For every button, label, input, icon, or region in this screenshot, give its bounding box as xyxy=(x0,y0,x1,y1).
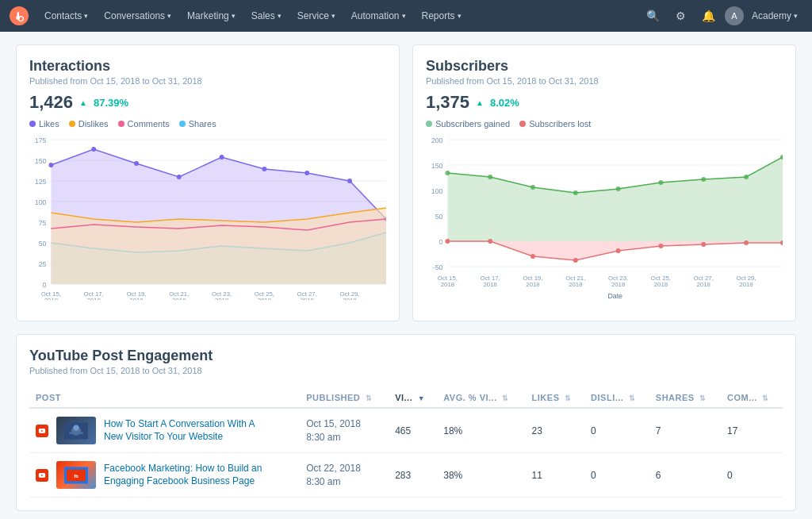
published-cell-1: Oct 15, 2018 8:30 am xyxy=(300,408,389,453)
svg-text:2018: 2018 xyxy=(739,281,753,288)
subscribers-stat: 1,375 ▲ 8.02% xyxy=(426,92,783,113)
interactions-svg: 175 150 125 100 75 50 25 0 xyxy=(29,133,386,300)
shares-cell-2: 6 xyxy=(649,453,721,498)
legend-label-dislikes: Dislikes xyxy=(79,119,109,129)
legend-dot-dislikes xyxy=(69,121,75,127)
subscribers-change: 8.02% xyxy=(490,97,519,109)
legend-dislikes: Dislikes xyxy=(69,119,109,129)
svg-point-66 xyxy=(701,177,706,182)
legend-label-lost: Subscribers lost xyxy=(529,119,591,129)
interactions-subtitle: Published from Oct 15, 2018 to Oct 31, 2… xyxy=(29,76,386,86)
table-row: fb Facebook Marketing: How to Build an E… xyxy=(29,453,783,498)
legend-shares: Shares xyxy=(179,119,216,129)
nav-marketing[interactable]: Marketing ▾ xyxy=(181,0,242,32)
svg-point-62 xyxy=(530,185,535,190)
sort-icon-dislikes: ⇅ xyxy=(629,394,636,402)
post-title-2[interactable]: Facebook Marketing: How to Build an Enga… xyxy=(104,463,262,487)
svg-text:Date: Date xyxy=(607,292,622,300)
svg-rect-99 xyxy=(69,432,83,433)
avatar[interactable]: A xyxy=(725,6,744,25)
dislikes-cell-2: 0 xyxy=(584,453,649,498)
col-comments[interactable]: COM... ⇅ xyxy=(721,388,783,408)
nav-reports[interactable]: Reports ▾ xyxy=(416,0,468,32)
legend-dot-shares xyxy=(179,121,186,127)
sort-icon-avg-views: ⇅ xyxy=(502,394,509,402)
col-avg-views[interactable]: AVG. % VI... ⇅ xyxy=(437,388,525,408)
notifications-icon[interactable]: 🔔 xyxy=(695,0,722,32)
svg-text:2018: 2018 xyxy=(215,297,229,300)
svg-point-71 xyxy=(488,239,492,244)
avg-views-cell-1: 18% xyxy=(437,408,525,453)
interactions-value: 1,426 xyxy=(29,92,73,113)
sort-icon-shares: ⇅ xyxy=(699,394,707,402)
svg-point-75 xyxy=(658,244,663,248)
chevron-down-icon: ▾ xyxy=(278,12,282,20)
subscribers-value: 1,375 xyxy=(426,92,469,113)
sort-icon-comments: ⇅ xyxy=(762,394,769,402)
dislikes-cell-1: 0 xyxy=(584,408,649,453)
svg-point-65 xyxy=(658,180,663,185)
svg-text:175: 175 xyxy=(35,136,47,144)
svg-text:2018: 2018 xyxy=(258,297,272,300)
search-icon[interactable]: 🔍 xyxy=(640,0,666,32)
interactions-legend: Likes Dislikes Comments Shares xyxy=(29,119,386,129)
svg-text:50: 50 xyxy=(39,240,47,248)
chevron-down-icon: ▾ xyxy=(794,12,798,20)
chevron-down-icon: ▾ xyxy=(331,12,335,20)
table-header-row: POST PUBLISHED ⇅ VI... ▼ AVG. % VI... ⇅ xyxy=(29,388,783,408)
chevron-down-icon: ▾ xyxy=(84,12,88,20)
nav-conversations[interactable]: Conversations ▾ xyxy=(98,0,178,32)
svg-text:150: 150 xyxy=(431,162,443,170)
views-cell-2: 283 xyxy=(389,453,437,498)
post-title-1[interactable]: How To Start A Conversation With A New V… xyxy=(104,418,262,443)
main-content: Interactions Published from Oct 15, 2018… xyxy=(0,32,812,519)
svg-text:2018: 2018 xyxy=(611,281,626,288)
legend-label-shares: Shares xyxy=(189,119,216,129)
subscribers-arrow: ▲ xyxy=(476,98,484,107)
svg-point-77 xyxy=(744,240,749,245)
svg-text:2018: 2018 xyxy=(697,281,711,288)
interactions-chart-area: 175 150 125 100 75 50 25 0 xyxy=(29,133,386,308)
svg-text:2018: 2018 xyxy=(343,297,357,300)
col-published[interactable]: PUBLISHED ⇅ xyxy=(300,388,389,408)
nav-automation[interactable]: Automation ▾ xyxy=(345,0,412,32)
svg-point-63 xyxy=(573,190,578,195)
col-dislikes[interactable]: DISLI... ⇅ xyxy=(584,388,649,408)
legend-gained: Subscribers gained xyxy=(426,119,510,129)
subscribers-subtitle: Published from Oct 15, 2018 to Oct 31, 2… xyxy=(426,76,783,86)
nav-sales[interactable]: Sales ▾ xyxy=(245,0,288,32)
likes-cell-1: 23 xyxy=(526,408,585,453)
charts-row: Interactions Published from Oct 15, 2018… xyxy=(16,44,796,321)
svg-point-67 xyxy=(744,175,749,179)
subscribers-card: Subscribers Published from Oct 15, 2018 … xyxy=(412,44,796,321)
col-shares[interactable]: SHARES ⇅ xyxy=(649,388,721,408)
legend-label-comments: Comments xyxy=(128,119,170,129)
nav-service[interactable]: Service ▾ xyxy=(291,0,342,32)
svg-point-72 xyxy=(530,254,535,259)
svg-text:200: 200 xyxy=(431,136,443,144)
svg-point-20 xyxy=(91,147,96,152)
legend-likes: Likes xyxy=(29,119,59,129)
chevron-down-icon: ▾ xyxy=(458,12,462,20)
svg-marker-59 xyxy=(447,157,783,241)
svg-text:2018: 2018 xyxy=(526,281,540,288)
engagement-table: POST PUBLISHED ⇅ VI... ▼ AVG. % VI... ⇅ xyxy=(29,388,783,498)
legend-dot-gained xyxy=(426,121,432,127)
hubspot-logo[interactable] xyxy=(10,6,29,25)
svg-point-70 xyxy=(445,239,450,244)
settings-icon[interactable]: ⚙ xyxy=(669,0,692,32)
col-likes[interactable]: LIKES ⇅ xyxy=(526,388,585,408)
svg-point-22 xyxy=(177,175,182,179)
academy-menu[interactable]: Academy ▾ xyxy=(747,10,802,21)
nav-contacts[interactable]: Contacts ▾ xyxy=(38,0,94,32)
post-cell-1: How To Start A Conversation With A New V… xyxy=(29,408,300,453)
svg-point-21 xyxy=(134,161,139,166)
comments-cell-1: 17 xyxy=(721,408,783,453)
svg-point-60 xyxy=(445,171,450,175)
svg-point-64 xyxy=(616,186,621,191)
avg-views-cell-2: 38% xyxy=(437,453,525,498)
svg-text:2018: 2018 xyxy=(441,281,455,288)
col-views[interactable]: VI... ▼ xyxy=(389,388,437,408)
likes-cell-2: 11 xyxy=(526,453,585,498)
svg-text:100: 100 xyxy=(431,187,443,195)
